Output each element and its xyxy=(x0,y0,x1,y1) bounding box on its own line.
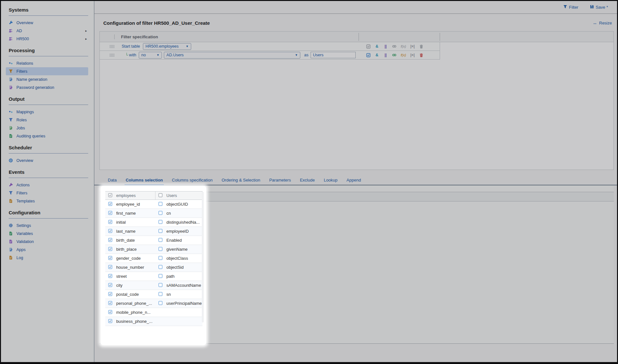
sidebar-item-label: Actions xyxy=(16,183,30,187)
sidebar-item-configuration-variables[interactable]: Variables xyxy=(1,229,94,238)
users-icon xyxy=(9,29,14,33)
sidebar-item-output-roles[interactable]: Roles xyxy=(1,116,94,124)
users-column-label: givenName xyxy=(166,247,188,252)
column-checkbox-unchecked[interactable] xyxy=(158,301,163,306)
resize-button[interactable]: ↔ Resize xyxy=(593,21,612,25)
sidebar-item-scheduler-overview[interactable]: Overview xyxy=(1,156,94,164)
sidebar-item-output-mappings[interactable]: Mappings xyxy=(1,108,94,116)
column-checkbox-checked[interactable] xyxy=(108,238,112,243)
join-type-select[interactable]: no ▼ xyxy=(139,52,162,59)
submenu-arrow-icon[interactable]: ▸ xyxy=(85,37,87,41)
link-icon[interactable] xyxy=(392,44,397,48)
column-checkbox-unchecked[interactable] xyxy=(158,211,163,216)
with-table-select[interactable]: AD.Users ▼ xyxy=(164,52,300,59)
alias-input[interactable]: Users xyxy=(311,52,356,58)
doc-icon xyxy=(9,256,14,260)
sidebar-item-configuration-apps[interactable]: Apps xyxy=(1,246,94,254)
tab-columns-selection[interactable]: Columns selection xyxy=(125,177,163,185)
column-checkbox-checked[interactable] xyxy=(108,211,112,216)
column-checkbox-checked[interactable] xyxy=(108,301,112,306)
employees-column-label: first_name xyxy=(116,211,136,216)
column-checkbox-checked[interactable] xyxy=(108,256,112,261)
and-icon[interactable]: & xyxy=(375,44,379,49)
sidebar-item-output-jobs[interactable]: Jobs xyxy=(1,124,94,132)
enabled-checkbox-icon[interactable] xyxy=(366,53,370,57)
drag-handle-icon[interactable] xyxy=(109,45,115,48)
column-checkbox-unchecked[interactable] xyxy=(158,265,163,270)
column-checkbox-checked[interactable] xyxy=(108,292,112,297)
sidebar-item-processing-filters[interactable]: Filters xyxy=(6,67,88,75)
funnel-icon xyxy=(9,69,14,73)
sidebar-item-configuration-validation[interactable]: Validation xyxy=(1,238,94,246)
column-checkbox-checked[interactable] xyxy=(108,202,112,207)
tab-parameters[interactable]: Parameters xyxy=(269,177,291,185)
column-checkbox-unchecked[interactable] xyxy=(158,292,163,297)
column-checkbox-unchecked[interactable] xyxy=(158,256,163,261)
column-checkbox-unchecked[interactable] xyxy=(158,238,163,243)
columns-table-header: employeesUsers xyxy=(105,191,202,200)
column-checkbox-checked[interactable] xyxy=(108,265,112,270)
tab-lookup[interactable]: Lookup xyxy=(323,177,338,185)
employees-column-cell: street xyxy=(105,272,155,281)
function-icon[interactable]: f(x) xyxy=(401,53,406,57)
or-icon[interactable]: || xyxy=(383,53,388,57)
function-icon[interactable]: f(x) xyxy=(401,44,406,48)
sidebar-item-events-actions[interactable]: Actions xyxy=(1,181,94,189)
link-icon[interactable] xyxy=(392,53,397,57)
exclude-icon[interactable]: |×| xyxy=(410,44,415,49)
column-checkbox-unchecked[interactable] xyxy=(158,220,163,225)
tab-exclude[interactable]: Exclude xyxy=(300,177,315,185)
users-icon xyxy=(9,37,14,41)
tab-data[interactable]: Data xyxy=(108,177,117,185)
column-checkbox-checked[interactable] xyxy=(108,247,112,252)
start-table-select[interactable]: HR500.employees ▼ xyxy=(143,43,191,50)
column-checkbox-checked[interactable] xyxy=(108,229,112,234)
select-all-users-checkbox[interactable] xyxy=(158,193,163,198)
sidebar-item-systems-overview[interactable]: Overview xyxy=(1,19,94,27)
tab-append[interactable]: Append xyxy=(346,177,361,185)
employees-column-cell: initial xyxy=(105,218,155,227)
column-checkbox-unchecked[interactable] xyxy=(158,202,163,207)
save-button[interactable]: Save * xyxy=(590,5,608,10)
column-checkbox-unchecked[interactable] xyxy=(158,229,163,234)
column-checkbox-checked[interactable] xyxy=(108,319,112,324)
users-column-label: objectClass xyxy=(166,256,188,261)
tab-ordering-selection[interactable]: Ordering & Selection xyxy=(221,177,261,185)
users-column-cell: sn xyxy=(155,290,202,299)
scrollbar-track[interactable] xyxy=(202,192,204,322)
as-label: as xyxy=(304,53,308,57)
sidebar-item-processing-password-generation[interactable]: Password generation xyxy=(1,83,94,91)
section-divider xyxy=(9,15,88,16)
sidebar-item-configuration-log[interactable]: Log xyxy=(1,254,94,262)
sidebar-item-events-templates[interactable]: Templates xyxy=(1,197,94,205)
employees-column-label: street xyxy=(116,274,127,279)
delete-icon[interactable] xyxy=(419,53,424,57)
column-checkbox-checked[interactable] xyxy=(108,274,112,279)
column-checkbox-unchecked[interactable] xyxy=(158,283,163,288)
column-checkbox-checked[interactable] xyxy=(108,283,112,288)
or-icon[interactable]: || xyxy=(383,44,388,49)
sidebar-item-events-filters[interactable]: Filters xyxy=(1,189,94,197)
column-checkbox-checked[interactable] xyxy=(108,310,112,315)
sidebar-item-configuration-settings[interactable]: Settings xyxy=(1,221,94,229)
sidebar-item-processing-relations[interactable]: Relations xyxy=(1,59,94,67)
start-table-row: Start table HR500.employees ▼ &||f(x)|×| xyxy=(100,42,440,51)
filter-button[interactable]: Filter xyxy=(563,5,578,10)
sidebar-item-label: Settings xyxy=(16,223,31,228)
column-row: postal_codesn xyxy=(105,290,202,299)
sidebar-item-systems-hr500[interactable]: HR500▸ xyxy=(1,35,94,43)
drag-handle-icon[interactable] xyxy=(109,53,115,57)
sidebar-item-systems-ad[interactable]: AD▸ xyxy=(1,27,94,35)
sidebar-item-output-auditing-queries[interactable]: Auditing queries xyxy=(1,132,94,140)
tab-columns-specification[interactable]: Columns specification xyxy=(172,177,213,185)
sidebar-item-processing-name-generation[interactable]: Name generation xyxy=(1,75,94,83)
exclude-icon[interactable]: |×| xyxy=(410,53,415,57)
submenu-arrow-icon[interactable]: ▸ xyxy=(85,29,87,33)
select-all-employees-checkbox[interactable] xyxy=(108,193,112,198)
column-checkbox-unchecked[interactable] xyxy=(158,247,163,252)
enabled-checkbox-icon[interactable] xyxy=(366,44,370,49)
column-checkbox-checked[interactable] xyxy=(108,220,112,225)
column-checkbox-unchecked[interactable] xyxy=(158,274,163,279)
delete-icon[interactable] xyxy=(419,44,424,49)
and-icon[interactable]: & xyxy=(375,53,379,57)
